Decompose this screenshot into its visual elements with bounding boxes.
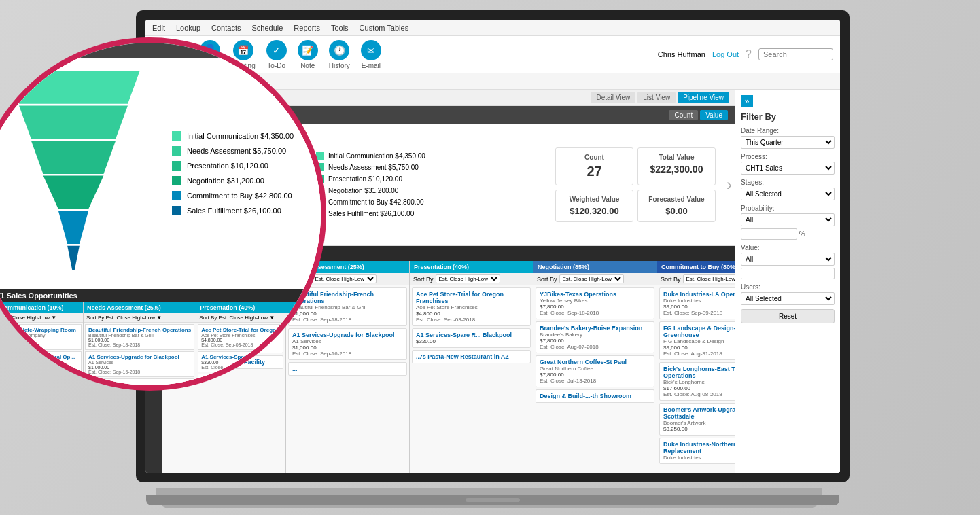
card-date-3-2: Est. Close: Jul-13-2018 bbox=[540, 378, 650, 384]
menu-schedule[interactable]: Schedule bbox=[251, 24, 283, 32]
total-value-stat-value: $222,300.00 bbox=[644, 164, 710, 175]
logout-link[interactable]: Log Out bbox=[712, 50, 739, 58]
legend-item-4: Commitment to Buy $42,800.00 bbox=[316, 198, 540, 206]
filter-probability-input[interactable] bbox=[741, 228, 797, 240]
circle-legend-3: Negotiation $31,200.00 bbox=[172, 176, 314, 185]
card-title-3-0: YJBikes-Texas Operations bbox=[540, 291, 650, 298]
circle-count-tab[interactable]: Count bbox=[257, 46, 286, 56]
circle-col-1: Needs Assessment (25%) Sort By Est. Clos… bbox=[84, 302, 196, 385]
list-view-tab[interactable]: List View bbox=[637, 92, 676, 103]
card-value-4-2: $17,600.00 bbox=[663, 385, 735, 391]
pipeline-view-tabs: Count Value bbox=[669, 110, 728, 120]
menu-edit[interactable]: Edit bbox=[152, 24, 165, 32]
menu-lookup[interactable]: Lookup bbox=[176, 24, 200, 32]
card-3-1[interactable]: Brandee's Bakery-Boise Expansion Brandee… bbox=[536, 321, 654, 353]
card-title-3-1: Brandee's Bakery-Boise Expansion bbox=[540, 325, 650, 332]
filter-stages-select[interactable]: All Selected bbox=[741, 188, 835, 200]
filter-expand-btn[interactable]: » bbox=[741, 95, 753, 107]
weighted-stat-box: Weighted Value $120,320.00 bbox=[555, 190, 633, 222]
svg-marker-6 bbox=[7, 71, 140, 104]
pipeline-view-tab[interactable]: Pipeline View bbox=[678, 92, 729, 103]
filter-probability-group: Probability: All % bbox=[741, 205, 835, 240]
sort-bar-2: Sort By Est. Close High-Low bbox=[410, 273, 533, 285]
sort-bar-4: Sort By Est. Close High-Low bbox=[657, 273, 735, 285]
card-value-3-2: $7,800.00 bbox=[540, 372, 650, 378]
circle-legend-4: Commitment to Buy $42,800.00 bbox=[172, 191, 314, 200]
card-2-2[interactable]: ...'s Pasta-New Restaurant in AZ bbox=[412, 350, 531, 363]
email-button[interactable]: ✉ E-mail bbox=[361, 40, 381, 69]
card-3-0[interactable]: YJBikes-Texas Operations Yellow Jersey B… bbox=[536, 287, 654, 319]
filter-value-label: Value: bbox=[741, 244, 835, 251]
sort-select-2[interactable]: Est. Close High-Low bbox=[436, 274, 500, 283]
card-company-3-2: Great Northern Coffee... bbox=[540, 366, 650, 372]
card-2-0[interactable]: Ace Pet Store-Trial for Oregon Franchise… bbox=[412, 287, 531, 326]
circle-value-tab[interactable]: Va... bbox=[288, 46, 313, 56]
sort-select-1[interactable]: Est. Close High-Low bbox=[312, 274, 377, 283]
card-value-4-3: $3,250.00 bbox=[663, 426, 735, 432]
circle-kanban: Initial Communication (10%) Sort By Est.… bbox=[0, 302, 321, 385]
filter-date-range-select[interactable]: This Quarter bbox=[741, 136, 835, 149]
filter-probability-select[interactable]: All bbox=[741, 213, 835, 226]
card-title-4-0: Duke Industries-LA Operations bbox=[663, 291, 735, 298]
legend-label-0: Initial Communication $4,350.00 bbox=[328, 152, 425, 160]
count-tab[interactable]: Count bbox=[669, 110, 698, 120]
filter-value-select[interactable]: All bbox=[741, 253, 835, 266]
menu-reports[interactable]: Reports bbox=[294, 24, 320, 32]
card-title-2-1: A1 Services-Spare R... Blackpool bbox=[416, 332, 527, 338]
view-tabs: Detail View List View Pipeline View bbox=[591, 92, 729, 103]
card-title-2-0: Ace Pet Store-Trial for Oregon Franchise… bbox=[416, 291, 527, 304]
card-4-2[interactable]: Bick's Longhorns-East Texas Operations B… bbox=[659, 362, 735, 401]
circle-legend: Initial Communication $4,350.00 Needs As… bbox=[162, 65, 314, 282]
username: Chris Huffman bbox=[658, 50, 705, 58]
help-icon[interactable]: ? bbox=[746, 48, 752, 60]
card-value-2-0: $4,800.00 bbox=[416, 310, 527, 317]
filter-sidebar: » Filter By Date Range: This Quarter Pro… bbox=[735, 90, 840, 473]
card-title-3-2: Great Northern Coffee-St Paul bbox=[540, 359, 650, 366]
card-4-3[interactable]: Boomer's Artwork-Upgrade for Scottsdale … bbox=[659, 403, 735, 436]
card-2-1[interactable]: A1 Services-Spare R... Blackpool $320.00 bbox=[412, 328, 531, 348]
svg-marker-8 bbox=[31, 141, 116, 174]
card-date-2-0: Est. Close: Sep-03-2018 bbox=[416, 317, 527, 323]
history-button[interactable]: 🕐 History bbox=[329, 40, 350, 69]
circle-col-2: Presentation (40%) Sort By Est. Close Hi… bbox=[196, 302, 314, 385]
menu-custom-tables[interactable]: Custom Tables bbox=[360, 24, 409, 32]
circle-cht1-header: CHT1 Sales Opportunities bbox=[0, 289, 321, 302]
filter-stages-group: Stages: All Selected bbox=[741, 179, 835, 200]
filter-probability-pct-row: % bbox=[741, 228, 835, 240]
next-arrow[interactable]: › bbox=[724, 124, 735, 245]
card-4-0[interactable]: Duke Industries-LA Operations Duke Indus… bbox=[659, 287, 735, 319]
filter-process-select[interactable]: CHT1 Sales bbox=[741, 162, 835, 175]
circle-legend-2: Presentation $10,120.00 bbox=[172, 161, 314, 171]
card-3-2[interactable]: Great Northern Coffee-St Paul Great Nort… bbox=[536, 355, 654, 387]
card-4-4[interactable]: Duke Industries-Northern California Repl… bbox=[659, 438, 735, 464]
count-stat-label: Count bbox=[561, 154, 627, 161]
card-3-3[interactable]: Design & Build-...-th Showroom bbox=[536, 389, 654, 403]
filter-probability-label: Probability: bbox=[741, 205, 835, 212]
card-title-2-2: ...'s Pasta-New Restaurant in AZ bbox=[416, 353, 527, 360]
total-value-stat-box: Total Value $222,300.00 bbox=[637, 147, 716, 185]
filter-value-input[interactable] bbox=[741, 268, 835, 279]
filter-reset-button[interactable]: Reset bbox=[741, 309, 835, 323]
count-stat-box: Count 27 bbox=[555, 147, 633, 185]
value-tab[interactable]: Value bbox=[700, 110, 728, 120]
filter-pct-label: % bbox=[799, 230, 805, 238]
forecasted-stat-label: Forecasted Value bbox=[644, 196, 710, 203]
legend-item-2: Presentation $10,120.00 bbox=[316, 175, 540, 183]
menu-contacts[interactable]: Contacts bbox=[211, 24, 241, 32]
detail-view-tab[interactable]: Detail View bbox=[591, 92, 635, 103]
legend-label-2: Presentation $10,120.00 bbox=[328, 175, 402, 183]
card-value-4-1: $9,600.00 bbox=[663, 344, 735, 351]
menu-tools[interactable]: Tools bbox=[331, 24, 349, 32]
kanban-col-header-commitment: Commitment to Buy (80%) bbox=[657, 261, 735, 273]
kanban-col-negotiation: Negotiation (85%) Sort By Est. Close Hig… bbox=[533, 261, 657, 473]
search-input[interactable] bbox=[758, 48, 833, 60]
card-title-3-3: Design & Build-...-th Showroom bbox=[540, 393, 650, 399]
sort-select-3[interactable]: Est. Close High-Low bbox=[559, 274, 624, 283]
sort-select-4[interactable]: Est. Close High-Low bbox=[683, 274, 735, 283]
menu-bar: Edit Lookup Contacts Schedule Reports To… bbox=[145, 20, 840, 36]
stats-panel: Count 27 Total Value $222,300.00 bbox=[547, 124, 724, 245]
filter-users-select[interactable]: All Selected bbox=[741, 292, 835, 305]
card-4-1[interactable]: FG Landscape & Design-2nd Greenhouse F G… bbox=[659, 321, 735, 360]
total-value-stat-label: Total Value bbox=[644, 154, 710, 161]
sort-label-2: Sort By bbox=[413, 276, 434, 283]
